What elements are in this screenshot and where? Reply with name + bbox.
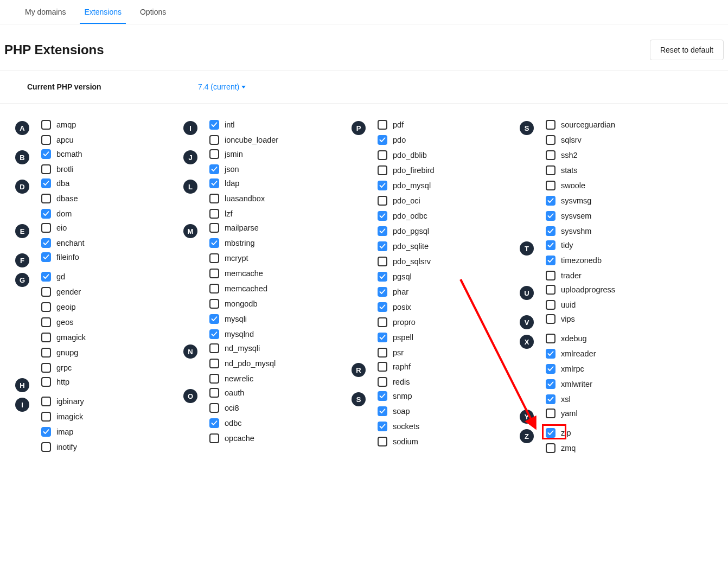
extension-gd[interactable]: gd <box>41 272 86 282</box>
checkbox-icon[interactable] <box>41 209 51 219</box>
checkbox-icon[interactable] <box>209 359 219 368</box>
extension-xsl[interactable]: xsl <box>546 394 596 404</box>
extension-xmlwriter[interactable]: xmlwriter <box>546 379 596 389</box>
extension-brotli[interactable]: brotli <box>41 164 82 174</box>
extension-pdo_firebird[interactable]: pdo_firebird <box>378 165 435 175</box>
tab-extensions[interactable]: Extensions <box>80 0 125 24</box>
checkbox-icon[interactable] <box>546 300 555 310</box>
checkbox-icon[interactable] <box>546 364 555 374</box>
checkbox-icon[interactable] <box>41 164 51 174</box>
checkbox-icon[interactable] <box>546 409 555 418</box>
extension-sysvmsg[interactable]: sysvmsg <box>546 196 615 206</box>
checkbox-icon[interactable] <box>546 314 555 324</box>
extension-vips[interactable]: vips <box>546 314 575 324</box>
extension-inotify[interactable]: inotify <box>41 442 84 452</box>
extension-swoole[interactable]: swoole <box>546 181 615 190</box>
extension-sqlsrv[interactable]: sqlsrv <box>546 135 615 145</box>
extension-posix[interactable]: posix <box>378 302 435 312</box>
extension-http[interactable]: http <box>41 377 69 387</box>
checkbox-icon[interactable] <box>209 418 219 428</box>
checkbox-icon[interactable] <box>378 406 387 416</box>
extension-raphf[interactable]: raphf <box>378 362 411 372</box>
extension-fileinfo[interactable]: fileinfo <box>41 252 79 262</box>
checkbox-icon[interactable] <box>378 241 387 251</box>
checkbox-icon[interactable] <box>209 164 219 174</box>
checkbox-icon[interactable] <box>378 333 387 342</box>
extension-pdo[interactable]: pdo <box>378 135 435 145</box>
checkbox-icon[interactable] <box>41 120 51 130</box>
checkbox-icon[interactable] <box>378 165 387 175</box>
extension-nd_pdo_mysql[interactable]: nd_pdo_mysql <box>209 359 276 368</box>
checkbox-icon[interactable] <box>546 211 555 221</box>
extension-bcmath[interactable]: bcmath <box>41 149 82 159</box>
extension-oauth[interactable]: oauth <box>209 388 254 398</box>
extension-uuid[interactable]: uuid <box>546 300 615 310</box>
checkbox-icon[interactable] <box>209 194 219 203</box>
checkbox-icon[interactable] <box>378 391 387 401</box>
checkbox-icon[interactable] <box>41 442 51 452</box>
extension-stats[interactable]: stats <box>546 165 615 175</box>
reset-to-default-button[interactable]: Reset to default <box>650 40 724 60</box>
extension-psr[interactable]: psr <box>378 348 435 358</box>
checkbox-icon[interactable] <box>378 362 387 372</box>
extension-tidy[interactable]: tidy <box>546 240 602 250</box>
checkbox-icon[interactable] <box>209 238 219 248</box>
extension-pdf[interactable]: pdf <box>378 120 435 130</box>
checkbox-icon[interactable] <box>378 302 387 312</box>
extension-mysqli[interactable]: mysqli <box>209 314 267 324</box>
checkbox-icon[interactable] <box>41 363 51 373</box>
checkbox-icon[interactable] <box>209 269 219 278</box>
checkbox-icon[interactable] <box>209 314 219 324</box>
extension-pdo_odbc[interactable]: pdo_odbc <box>378 211 435 221</box>
checkbox-icon[interactable] <box>546 271 555 280</box>
checkbox-icon[interactable] <box>378 150 387 160</box>
checkbox-icon[interactable] <box>41 272 51 282</box>
extension-pdo_oci[interactable]: pdo_oci <box>378 196 435 206</box>
extension-newrelic[interactable]: newrelic <box>209 374 276 384</box>
extension-dba[interactable]: dba <box>41 178 78 188</box>
tab-my-domains[interactable]: My domains <box>21 0 70 24</box>
checkbox-icon[interactable] <box>209 329 219 339</box>
checkbox-icon[interactable] <box>41 317 51 327</box>
checkbox-icon[interactable] <box>41 238 51 248</box>
version-dropdown[interactable]: 7.4 (current) <box>198 82 246 91</box>
extension-pdo_mysql[interactable]: pdo_mysql <box>378 181 435 190</box>
extension-yaml[interactable]: yaml <box>546 409 578 418</box>
extension-redis[interactable]: redis <box>378 377 411 387</box>
checkbox-icon[interactable] <box>41 194 51 203</box>
extension-propro[interactable]: propro <box>378 317 435 327</box>
extension-mbstring[interactable]: mbstring <box>209 238 267 248</box>
checkbox-icon[interactable] <box>546 240 555 250</box>
extension-ldap[interactable]: ldap <box>209 178 265 188</box>
extension-intl[interactable]: intl <box>209 120 278 130</box>
extension-soap[interactable]: soap <box>378 406 419 416</box>
extension-lzf[interactable]: lzf <box>209 209 265 219</box>
extension-sysvshm[interactable]: sysvshm <box>546 226 615 236</box>
checkbox-icon[interactable] <box>41 412 51 422</box>
checkbox-icon[interactable] <box>546 196 555 206</box>
checkbox-icon[interactable] <box>209 253 219 263</box>
checkbox-icon[interactable] <box>546 379 555 389</box>
checkbox-icon[interactable] <box>546 135 555 145</box>
checkbox-icon[interactable] <box>546 285 555 295</box>
checkbox-icon[interactable] <box>209 223 219 233</box>
checkbox-icon[interactable] <box>41 302 51 312</box>
extension-phar[interactable]: phar <box>378 287 435 297</box>
extension-dbase[interactable]: dbase <box>41 194 78 203</box>
tab-options[interactable]: Options <box>136 0 170 24</box>
checkbox-icon[interactable] <box>41 252 51 262</box>
checkbox-icon[interactable] <box>378 317 387 327</box>
checkbox-icon[interactable] <box>209 209 219 219</box>
checkbox-icon[interactable] <box>378 348 387 358</box>
extension-sourceguardian[interactable]: sourceguardian <box>546 120 615 130</box>
extension-amqp[interactable]: amqp <box>41 120 76 130</box>
extension-trader[interactable]: trader <box>546 271 602 280</box>
checkbox-icon[interactable] <box>209 343 219 353</box>
checkbox-icon[interactable] <box>209 374 219 384</box>
checkbox-icon[interactable] <box>41 287 51 297</box>
checkbox-icon[interactable] <box>546 443 555 453</box>
extension-apcu[interactable]: apcu <box>41 135 76 145</box>
extension-igbinary[interactable]: igbinary <box>41 397 84 406</box>
extension-nd_mysqli[interactable]: nd_mysqli <box>209 343 276 353</box>
checkbox-icon[interactable] <box>41 348 51 358</box>
